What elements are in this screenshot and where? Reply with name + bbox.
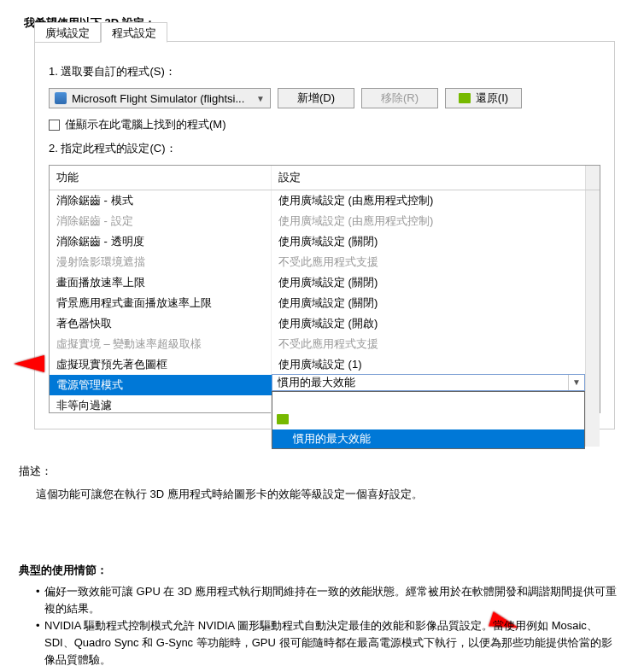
- feature-cell: 消除鋸齒 - 模式: [50, 190, 272, 211]
- chevron-down-icon: ▼: [256, 94, 265, 103]
- usage-section: 典型的使用情節： 偏好一致效能可讓 GPU 在 3D 應用程式執行期間維持在一致…: [0, 503, 644, 667]
- feature-cell: 虛擬實境 – 變動速率超級取樣: [50, 334, 272, 354]
- col-setting: 設定: [272, 166, 585, 190]
- tab-program[interactable]: 程式設定: [101, 22, 167, 43]
- table-row[interactable]: 消除鋸齒 - 模式使用廣域設定 (由應用程式控制): [50, 190, 600, 211]
- setting-dropdown[interactable]: 慣用的最大效能▼使用廣域設定 (正常)正常慣用的最大效能: [272, 375, 585, 395]
- dropdown-option-highlighted[interactable]: 慣用的最大效能: [272, 429, 584, 448]
- add-button[interactable]: 新增(D): [278, 88, 354, 108]
- col-feature: 功能: [50, 166, 272, 190]
- table-body: 消除鋸齒 - 模式使用廣域設定 (由應用程式控制)消除鋸齒 - 設定使用廣域設定…: [50, 190, 600, 412]
- setting-cell: 使用廣域設定 (1): [272, 354, 585, 375]
- usage-list: 偏好一致效能可讓 GPU 在 3D 應用程式執行期間維持在一致的效能狀態。經常被…: [19, 578, 624, 667]
- dropdown-option[interactable]: 正常: [272, 411, 584, 429]
- table-row[interactable]: 消除鋸齒 - 透明度使用廣域設定 (關閉): [50, 231, 600, 252]
- feature-cell: 漫射陰影環境遮擋: [50, 252, 272, 272]
- table-row-selected[interactable]: 電源管理模式慣用的最大效能▼使用廣域設定 (正常)正常慣用的最大效能: [50, 375, 600, 395]
- dropdown-option[interactable]: 使用廣域設定 (正常): [272, 392, 584, 411]
- tab-global[interactable]: 廣域設定: [34, 22, 101, 43]
- table-row[interactable]: 消除鋸齒 - 設定使用廣域設定 (由應用程式控制): [50, 211, 600, 231]
- chevron-down-icon: ▼: [568, 375, 584, 390]
- setting-cell: 使用廣域設定 (開啟): [272, 313, 585, 334]
- feature-cell: 著色器快取: [50, 313, 272, 334]
- settings-panel: 廣域設定 程式設定 1. 選取要自訂的程式(S)： Microsoft Flig…: [34, 41, 615, 429]
- feature-cell: 虛擬現實預先著色圖框: [50, 354, 272, 375]
- setting-cell: 使用廣域設定 (由應用程式控制): [272, 190, 585, 211]
- feature-cell: 畫面播放速率上限: [50, 272, 272, 293]
- restore-button[interactable]: 還原(I): [445, 88, 522, 108]
- table-row[interactable]: 虛擬實境 – 變動速率超級取樣不受此應用程式支援: [50, 334, 600, 354]
- table-row[interactable]: 虛擬現實預先著色圖框使用廣域設定 (1): [50, 354, 600, 375]
- feature-cell: 背景應用程式畫面播放速率上限: [50, 293, 272, 313]
- table-row[interactable]: 漫射陰影環境遮擋不受此應用程式支援: [50, 252, 600, 272]
- only-local-checkbox[interactable]: [49, 120, 60, 131]
- feature-cell: 電源管理模式: [50, 375, 272, 395]
- setting-cell: 使用廣域設定 (關閉): [272, 293, 585, 313]
- settings-table: 功能 設定 消除鋸齒 - 模式使用廣域設定 (由應用程式控制)消除鋸齒 - 設定…: [49, 165, 600, 413]
- usage-heading: 典型的使用情節：: [19, 563, 624, 578]
- nvidia-icon: [277, 414, 289, 424]
- app-icon: [55, 92, 67, 104]
- step1-label: 1. 選取要自訂的程式(S)：: [49, 64, 600, 79]
- setting-cell: 使用廣域設定 (關閉): [272, 231, 585, 252]
- dropdown-value: 慣用的最大效能: [272, 374, 355, 391]
- table-row[interactable]: 背景應用程式畫面播放速率上限使用廣域設定 (關閉): [50, 293, 600, 313]
- remove-button: 移除(R): [361, 88, 438, 108]
- nvidia-icon: [459, 93, 471, 103]
- tabs: 廣域設定 程式設定: [34, 22, 167, 43]
- setting-cell: 使用廣域設定 (關閉): [272, 272, 585, 293]
- description-heading: 描述：: [19, 464, 624, 479]
- usage-item: NVIDIA 驅動程式控制模式允許 NVIDIA 圖形驅動程式自動決定最佳的效能…: [36, 617, 620, 666]
- feature-cell: 消除鋸齒 - 設定: [50, 211, 272, 231]
- dropdown-list: 使用廣域設定 (正常)正常慣用的最大效能: [272, 391, 585, 449]
- program-name: Microsoft Flight Simulator (flightsi...: [72, 92, 244, 105]
- feature-cell: 消除鋸齒 - 透明度: [50, 231, 272, 252]
- setting-cell: 不受此應用程式支援: [272, 334, 585, 354]
- description-text: 這個功能可讓您在執行 3D 應用程式時給圖形卡的效能等級設定一個喜好設定。: [19, 486, 624, 503]
- usage-item: 偏好一致效能可讓 GPU 在 3D 應用程式執行期間維持在一致的效能狀態。經常被…: [36, 583, 620, 617]
- only-local-label: 僅顯示在此電腦上找到的程式(M): [65, 117, 226, 132]
- setting-cell: 使用廣域設定 (由應用程式控制): [272, 211, 585, 231]
- scrollbar[interactable]: [585, 166, 600, 190]
- setting-cell: 不受此應用程式支援: [272, 252, 585, 272]
- step2-label: 2. 指定此程式的設定(C)：: [49, 141, 600, 156]
- table-row[interactable]: 著色器快取使用廣域設定 (開啟): [50, 313, 600, 334]
- table-row[interactable]: 畫面播放速率上限使用廣域設定 (關閉): [50, 272, 600, 293]
- feature-cell: 非等向過濾: [50, 395, 272, 447]
- arrow-annotation-1: [14, 355, 44, 372]
- program-select[interactable]: Microsoft Flight Simulator (flightsi... …: [49, 88, 271, 108]
- table-header: 功能 設定: [50, 166, 600, 190]
